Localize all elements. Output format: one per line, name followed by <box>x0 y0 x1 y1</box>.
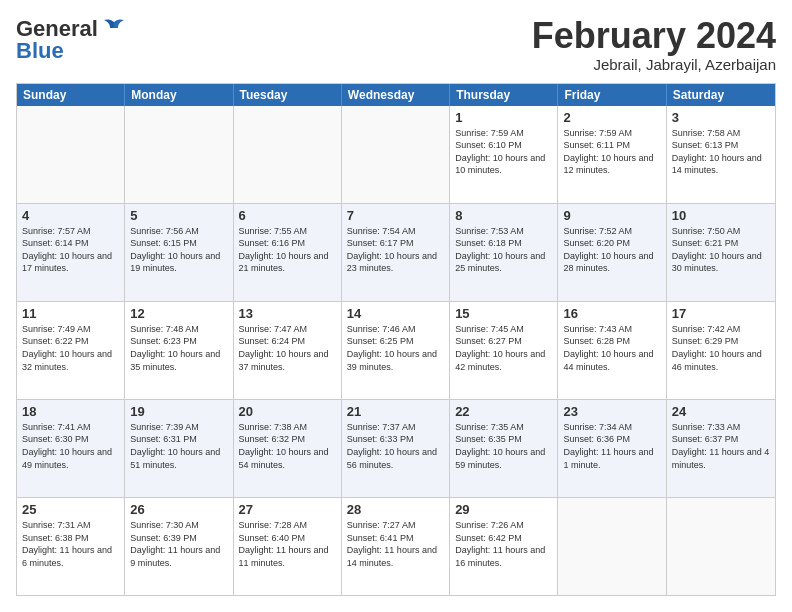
day-number: 25 <box>22 502 119 517</box>
day-number: 13 <box>239 306 336 321</box>
day-info: Sunrise: 7:38 AMSunset: 6:32 PMDaylight:… <box>239 421 336 471</box>
calendar-cell: 12Sunrise: 7:48 AMSunset: 6:23 PMDayligh… <box>125 302 233 399</box>
header-thursday: Thursday <box>450 84 558 106</box>
calendar-cell: 20Sunrise: 7:38 AMSunset: 6:32 PMDayligh… <box>234 400 342 497</box>
calendar-cell: 4Sunrise: 7:57 AMSunset: 6:14 PMDaylight… <box>17 204 125 301</box>
day-info: Sunrise: 7:48 AMSunset: 6:23 PMDaylight:… <box>130 323 227 373</box>
day-number: 20 <box>239 404 336 419</box>
calendar-cell: 26Sunrise: 7:30 AMSunset: 6:39 PMDayligh… <box>125 498 233 595</box>
day-number: 22 <box>455 404 552 419</box>
calendar-cell: 25Sunrise: 7:31 AMSunset: 6:38 PMDayligh… <box>17 498 125 595</box>
calendar-cell: 27Sunrise: 7:28 AMSunset: 6:40 PMDayligh… <box>234 498 342 595</box>
day-info: Sunrise: 7:55 AMSunset: 6:16 PMDaylight:… <box>239 225 336 275</box>
day-number: 29 <box>455 502 552 517</box>
day-info: Sunrise: 7:49 AMSunset: 6:22 PMDaylight:… <box>22 323 119 373</box>
calendar-cell: 23Sunrise: 7:34 AMSunset: 6:36 PMDayligh… <box>558 400 666 497</box>
calendar-cell: 6Sunrise: 7:55 AMSunset: 6:16 PMDaylight… <box>234 204 342 301</box>
day-number: 24 <box>672 404 770 419</box>
calendar-cell <box>17 106 125 203</box>
day-info: Sunrise: 7:34 AMSunset: 6:36 PMDaylight:… <box>563 421 660 471</box>
calendar-cell: 28Sunrise: 7:27 AMSunset: 6:41 PMDayligh… <box>342 498 450 595</box>
day-info: Sunrise: 7:33 AMSunset: 6:37 PMDaylight:… <box>672 421 770 471</box>
day-info: Sunrise: 7:47 AMSunset: 6:24 PMDaylight:… <box>239 323 336 373</box>
day-number: 4 <box>22 208 119 223</box>
title-block: February 2024 Jebrail, Jabrayil, Azerbai… <box>532 16 776 73</box>
calendar-cell: 10Sunrise: 7:50 AMSunset: 6:21 PMDayligh… <box>667 204 775 301</box>
day-number: 2 <box>563 110 660 125</box>
day-number: 1 <box>455 110 552 125</box>
calendar-cell: 9Sunrise: 7:52 AMSunset: 6:20 PMDaylight… <box>558 204 666 301</box>
month-title: February 2024 <box>532 16 776 56</box>
day-number: 27 <box>239 502 336 517</box>
day-info: Sunrise: 7:30 AMSunset: 6:39 PMDaylight:… <box>130 519 227 569</box>
day-number: 23 <box>563 404 660 419</box>
day-info: Sunrise: 7:56 AMSunset: 6:15 PMDaylight:… <box>130 225 227 275</box>
logo: General Blue <box>16 16 128 64</box>
calendar-cell: 19Sunrise: 7:39 AMSunset: 6:31 PMDayligh… <box>125 400 233 497</box>
day-number: 8 <box>455 208 552 223</box>
header-saturday: Saturday <box>667 84 775 106</box>
day-number: 26 <box>130 502 227 517</box>
day-number: 9 <box>563 208 660 223</box>
day-info: Sunrise: 7:57 AMSunset: 6:14 PMDaylight:… <box>22 225 119 275</box>
calendar-cell <box>234 106 342 203</box>
day-info: Sunrise: 7:45 AMSunset: 6:27 PMDaylight:… <box>455 323 552 373</box>
day-number: 7 <box>347 208 444 223</box>
day-number: 16 <box>563 306 660 321</box>
calendar-cell <box>125 106 233 203</box>
day-number: 3 <box>672 110 770 125</box>
calendar-cell <box>667 498 775 595</box>
day-number: 18 <box>22 404 119 419</box>
calendar-week-2: 4Sunrise: 7:57 AMSunset: 6:14 PMDaylight… <box>17 203 775 301</box>
day-info: Sunrise: 7:52 AMSunset: 6:20 PMDaylight:… <box>563 225 660 275</box>
day-info: Sunrise: 7:58 AMSunset: 6:13 PMDaylight:… <box>672 127 770 177</box>
day-info: Sunrise: 7:41 AMSunset: 6:30 PMDaylight:… <box>22 421 119 471</box>
calendar-week-3: 11Sunrise: 7:49 AMSunset: 6:22 PMDayligh… <box>17 301 775 399</box>
day-info: Sunrise: 7:27 AMSunset: 6:41 PMDaylight:… <box>347 519 444 569</box>
calendar-cell: 1Sunrise: 7:59 AMSunset: 6:10 PMDaylight… <box>450 106 558 203</box>
day-info: Sunrise: 7:50 AMSunset: 6:21 PMDaylight:… <box>672 225 770 275</box>
header-sunday: Sunday <box>17 84 125 106</box>
calendar-cell: 3Sunrise: 7:58 AMSunset: 6:13 PMDaylight… <box>667 106 775 203</box>
calendar: Sunday Monday Tuesday Wednesday Thursday… <box>16 83 776 596</box>
calendar-cell: 2Sunrise: 7:59 AMSunset: 6:11 PMDaylight… <box>558 106 666 203</box>
calendar-cell: 14Sunrise: 7:46 AMSunset: 6:25 PMDayligh… <box>342 302 450 399</box>
calendar-cell: 16Sunrise: 7:43 AMSunset: 6:28 PMDayligh… <box>558 302 666 399</box>
day-number: 5 <box>130 208 227 223</box>
day-number: 28 <box>347 502 444 517</box>
day-info: Sunrise: 7:28 AMSunset: 6:40 PMDaylight:… <box>239 519 336 569</box>
day-number: 6 <box>239 208 336 223</box>
day-info: Sunrise: 7:59 AMSunset: 6:11 PMDaylight:… <box>563 127 660 177</box>
calendar-cell: 18Sunrise: 7:41 AMSunset: 6:30 PMDayligh… <box>17 400 125 497</box>
calendar-header: Sunday Monday Tuesday Wednesday Thursday… <box>17 84 775 106</box>
day-number: 21 <box>347 404 444 419</box>
day-number: 17 <box>672 306 770 321</box>
calendar-cell: 29Sunrise: 7:26 AMSunset: 6:42 PMDayligh… <box>450 498 558 595</box>
calendar-cell <box>342 106 450 203</box>
day-number: 15 <box>455 306 552 321</box>
page-header: General Blue February 2024 Jebrail, Jabr… <box>16 16 776 73</box>
day-info: Sunrise: 7:31 AMSunset: 6:38 PMDaylight:… <box>22 519 119 569</box>
day-number: 14 <box>347 306 444 321</box>
calendar-cell: 11Sunrise: 7:49 AMSunset: 6:22 PMDayligh… <box>17 302 125 399</box>
day-number: 12 <box>130 306 227 321</box>
calendar-cell: 21Sunrise: 7:37 AMSunset: 6:33 PMDayligh… <box>342 400 450 497</box>
calendar-cell: 22Sunrise: 7:35 AMSunset: 6:35 PMDayligh… <box>450 400 558 497</box>
day-info: Sunrise: 7:54 AMSunset: 6:17 PMDaylight:… <box>347 225 444 275</box>
calendar-cell <box>558 498 666 595</box>
day-info: Sunrise: 7:26 AMSunset: 6:42 PMDaylight:… <box>455 519 552 569</box>
calendar-cell: 7Sunrise: 7:54 AMSunset: 6:17 PMDaylight… <box>342 204 450 301</box>
header-wednesday: Wednesday <box>342 84 450 106</box>
calendar-cell: 13Sunrise: 7:47 AMSunset: 6:24 PMDayligh… <box>234 302 342 399</box>
header-friday: Friday <box>558 84 666 106</box>
day-info: Sunrise: 7:35 AMSunset: 6:35 PMDaylight:… <box>455 421 552 471</box>
calendar-cell: 17Sunrise: 7:42 AMSunset: 6:29 PMDayligh… <box>667 302 775 399</box>
day-info: Sunrise: 7:39 AMSunset: 6:31 PMDaylight:… <box>130 421 227 471</box>
day-info: Sunrise: 7:42 AMSunset: 6:29 PMDaylight:… <box>672 323 770 373</box>
day-number: 11 <box>22 306 119 321</box>
day-info: Sunrise: 7:53 AMSunset: 6:18 PMDaylight:… <box>455 225 552 275</box>
calendar-week-4: 18Sunrise: 7:41 AMSunset: 6:30 PMDayligh… <box>17 399 775 497</box>
day-info: Sunrise: 7:43 AMSunset: 6:28 PMDaylight:… <box>563 323 660 373</box>
location-subtitle: Jebrail, Jabrayil, Azerbaijan <box>532 56 776 73</box>
header-monday: Monday <box>125 84 233 106</box>
